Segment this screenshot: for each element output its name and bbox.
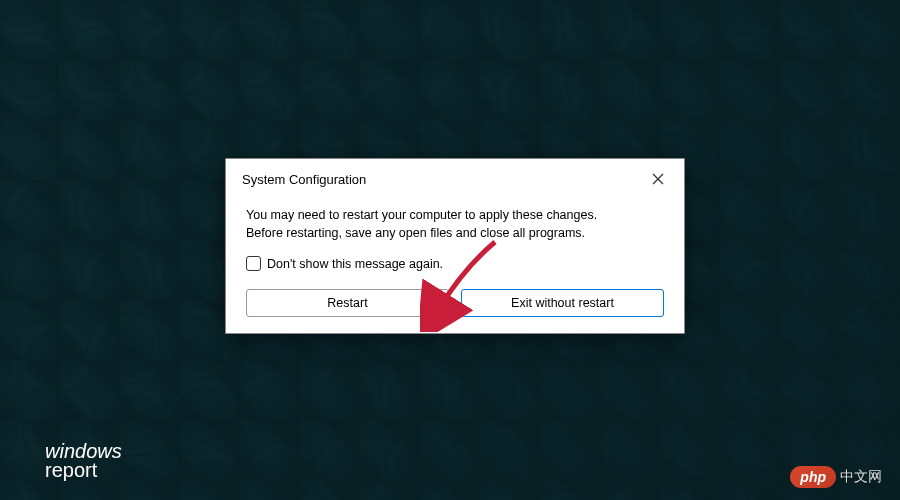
dialog-body: You may need to restart your computer to… — [226, 197, 684, 289]
close-button[interactable] — [644, 167, 672, 191]
exit-without-restart-button[interactable]: Exit without restart — [461, 289, 664, 317]
dialog-button-row: Restart Exit without restart — [226, 289, 684, 333]
dialog-message: You may need to restart your computer to… — [246, 207, 664, 242]
watermark-php-cn: php 中文网 — [790, 466, 882, 488]
watermark-brand-2: report — [45, 459, 97, 481]
message-line-2: Before restarting, save any open files a… — [246, 226, 585, 240]
restart-button[interactable]: Restart — [246, 289, 449, 317]
watermark-windows-report: windows report — [45, 442, 122, 480]
system-configuration-dialog: System Configuration You may need to res… — [225, 158, 685, 334]
dialog-title: System Configuration — [242, 172, 366, 187]
checkbox-label[interactable]: Don't show this message again. — [267, 257, 443, 271]
dont-show-again-checkbox[interactable] — [246, 256, 261, 271]
cn-text: 中文网 — [840, 468, 882, 486]
dialog-titlebar: System Configuration — [226, 159, 684, 197]
message-line-1: You may need to restart your computer to… — [246, 208, 597, 222]
php-badge: php — [790, 466, 836, 488]
checkbox-row: Don't show this message again. — [246, 256, 664, 271]
close-icon — [652, 173, 664, 185]
